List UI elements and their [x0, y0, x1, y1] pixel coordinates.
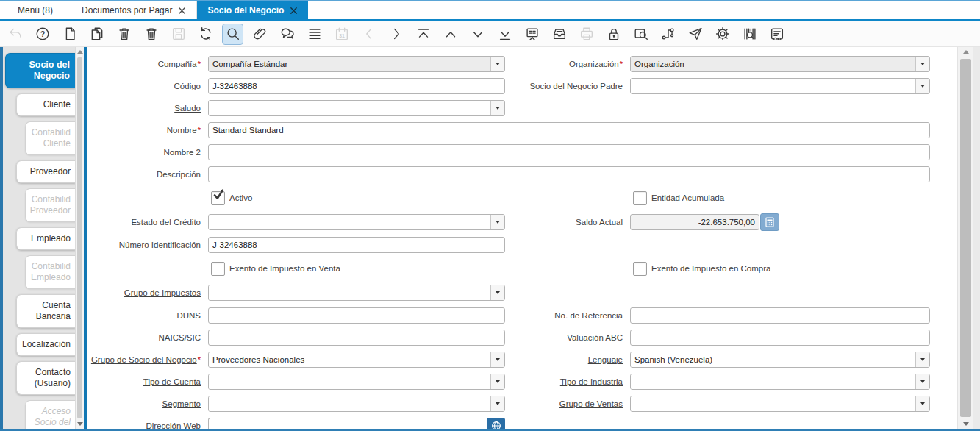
tipo-de-industria-label-text[interactable]: Tipo de Industria	[560, 377, 623, 386]
nombre-2-input[interactable]	[208, 144, 930, 160]
help-button[interactable]: ?	[32, 24, 52, 44]
send-request-button[interactable]	[685, 24, 705, 44]
sidebar-scrollbar[interactable]	[75, 47, 84, 429]
scroll-up-icon[interactable]	[963, 50, 969, 54]
sidebar-tab-cliente[interactable]: Cliente	[16, 93, 76, 116]
tipo-de-industria-input[interactable]	[631, 374, 915, 389]
workflow-button[interactable]	[658, 24, 678, 44]
nombre-input[interactable]	[208, 122, 930, 138]
window-tab-menu[interactable]: Menú (8)	[0, 1, 71, 19]
sidebar-tab-proveedor[interactable]: Proveedor	[16, 160, 76, 183]
organizacion-input[interactable]	[631, 57, 915, 71]
delete-button[interactable]	[114, 24, 134, 44]
codigo-input[interactable]	[208, 78, 505, 94]
close-tab-icon[interactable]	[290, 7, 298, 15]
tipo-de-industria-dropdown-button[interactable]	[915, 374, 929, 389]
grupo-de-ventas-label-text[interactable]: Grupo de Ventas	[559, 399, 623, 408]
socio-del-negocio-padre-input[interactable]	[631, 79, 915, 93]
delete-selection-button[interactable]	[141, 24, 161, 44]
lenguaje-input[interactable]	[631, 352, 915, 367]
window-tab-socio-del-negocio[interactable]: Socio del Negocio	[197, 1, 308, 19]
workflow-icon	[660, 26, 676, 42]
chat-button[interactable]	[277, 24, 297, 44]
grupo-de-socio-del-negocio-label-text[interactable]: Grupo de Socio del Negocio	[91, 355, 197, 364]
sidebar-scrollbar-thumb[interactable]	[77, 57, 82, 418]
activo-checkbox[interactable]	[211, 191, 225, 205]
socio-del-negocio-padre-label-text[interactable]: Socio del Negocio Padre	[529, 82, 623, 90]
content-scrollbar[interactable]	[957, 47, 973, 429]
grupo-de-impuestos-label-text[interactable]: Grupo de Impuestos	[124, 288, 201, 297]
archive-button[interactable]	[549, 24, 569, 44]
grupo-de-socio-del-negocio-input[interactable]	[209, 352, 490, 367]
naics-sic-input[interactable]	[208, 330, 505, 346]
segmento-label-text[interactable]: Segmento	[162, 399, 201, 408]
next-record-button[interactable]	[468, 24, 487, 44]
numero-identificacion-input[interactable]	[208, 237, 505, 253]
zoom-across-button[interactable]	[631, 24, 651, 44]
window-tab-documentos-por-pagar[interactable]: Documentos por Pagar	[71, 1, 197, 19]
last-record-button[interactable]	[495, 24, 515, 44]
find-button[interactable]	[223, 24, 243, 44]
grupo-de-impuestos-input[interactable]	[209, 285, 490, 300]
descripcion-input[interactable]	[208, 166, 930, 182]
product-info-button[interactable]	[740, 24, 759, 44]
saludo-input[interactable]	[209, 101, 490, 115]
tipo-de-cuenta-input[interactable]	[209, 374, 490, 389]
scroll-down-icon[interactable]	[963, 422, 969, 426]
quick-form-button[interactable]	[767, 24, 787, 44]
scroll-up-icon[interactable]	[77, 50, 83, 54]
entidad-acumulada-checkbox[interactable]	[633, 191, 647, 205]
saludo-label-text[interactable]: Saludo	[174, 104, 201, 113]
requery-button[interactable]	[196, 24, 215, 44]
valuacion-abc-input[interactable]	[630, 330, 930, 346]
process-button[interactable]	[712, 24, 732, 44]
socio-del-negocio-padre-dropdown-button[interactable]	[915, 79, 929, 93]
grupo-de-ventas-input[interactable]	[631, 396, 915, 411]
exento-de-impuesto-en-venta-checkbox[interactable]	[211, 262, 225, 276]
no-de-referencia-input[interactable]	[630, 307, 930, 324]
grupo-de-ventas-dropdown-button[interactable]	[915, 396, 929, 411]
tipo-de-cuenta-dropdown-button[interactable]	[490, 374, 504, 389]
close-tab-icon[interactable]	[178, 7, 186, 15]
next-tab-button[interactable]	[386, 24, 406, 44]
calculator-button[interactable]	[760, 213, 779, 231]
content-scrollbar-thumb[interactable]	[960, 59, 971, 417]
sidebar-tab-empleado[interactable]: Empleado	[16, 227, 76, 250]
first-record-icon	[415, 26, 432, 42]
direccion-web-input[interactable]	[208, 418, 487, 429]
lenguaje-label-text[interactable]: Lenguaje	[588, 355, 623, 364]
compania-input[interactable]	[209, 57, 490, 71]
lock-button[interactable]	[604, 24, 623, 44]
grid-toggle-button[interactable]	[304, 24, 324, 44]
saludo-dropdown-button[interactable]	[490, 101, 504, 115]
segmento-input[interactable]	[209, 396, 490, 411]
new-record-button[interactable]	[60, 24, 79, 44]
copy-record-button[interactable]	[87, 24, 107, 44]
scroll-down-icon[interactable]	[77, 422, 83, 426]
globe-button[interactable]	[487, 418, 505, 429]
organizacion-dropdown-button[interactable]	[915, 57, 929, 71]
sidebar-tab-socio-del-negocio[interactable]: Socio del Negocio	[5, 53, 76, 88]
compania-label: Compañía*	[87, 60, 208, 69]
exento-de-impuesto-en-compra-checkbox[interactable]	[633, 262, 647, 276]
attachment-button[interactable]	[250, 24, 270, 44]
organizacion-label-text[interactable]: Organización	[569, 60, 619, 68]
grupo-de-impuestos-dropdown-button[interactable]	[490, 285, 504, 300]
field-saludo	[208, 100, 505, 116]
chevron-down-icon	[496, 402, 500, 405]
segmento-dropdown-button[interactable]	[490, 396, 504, 411]
first-record-button[interactable]	[413, 24, 433, 44]
estado-del-credito-input[interactable]	[209, 215, 490, 229]
sidebar-tab-cuenta-bancaria[interactable]: Cuenta Bancaria	[16, 294, 76, 328]
sidebar-tab-contacto-usuario[interactable]: Contacto (Usuario)	[16, 361, 76, 395]
previous-record-button[interactable]	[440, 24, 460, 44]
compania-label-text[interactable]: Compañía	[158, 60, 197, 68]
tipo-de-cuenta-label-text[interactable]: Tipo de Cuenta	[143, 377, 201, 386]
compania-dropdown-button[interactable]	[490, 57, 504, 71]
estado-del-credito-dropdown-button[interactable]	[490, 215, 504, 229]
duns-input[interactable]	[208, 307, 505, 324]
report-button[interactable]	[522, 24, 542, 44]
sidebar-tab-localizaci-n[interactable]: Localización	[16, 333, 76, 356]
grupo-de-socio-del-negocio-dropdown-button[interactable]	[490, 352, 504, 367]
lenguaje-dropdown-button[interactable]	[915, 352, 929, 367]
